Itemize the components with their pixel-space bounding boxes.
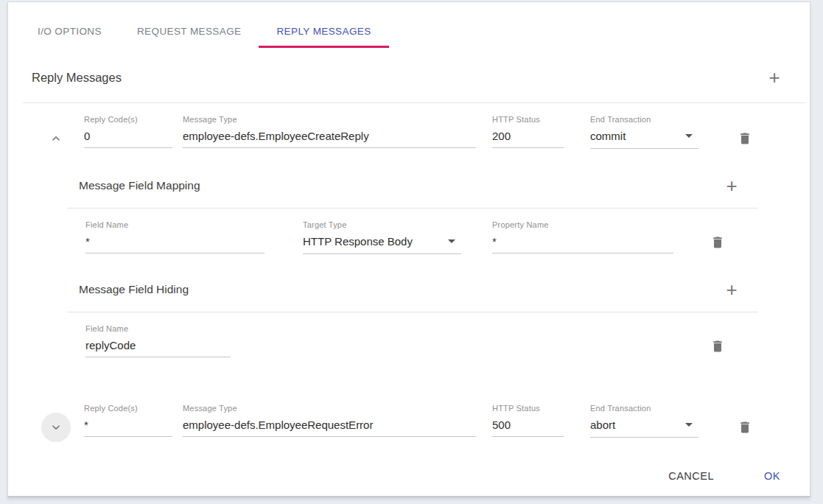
reply-codes-label: Reply Code(s) — [84, 115, 172, 124]
add-hiding-button[interactable]: + — [717, 275, 746, 304]
hiding-section-header: Message Field Hiding + — [67, 275, 758, 312]
trash-icon — [710, 235, 725, 250]
mapping-section-title: Message Field Mapping — [79, 179, 200, 192]
reply-codes-field: Reply Code(s) — [84, 404, 172, 437]
end-transaction-select[interactable]: commit — [590, 130, 698, 149]
target-type-field: Target Type HTTP Response Body — [303, 220, 461, 254]
message-type-field: Message Type — [183, 404, 476, 437]
add-reply-message-button[interactable]: + — [760, 63, 789, 92]
end-transaction-label: End Transaction — [590, 115, 698, 124]
end-transaction-label: End Transaction — [590, 404, 698, 413]
reply-codes-label: Reply Code(s) — [84, 404, 172, 413]
plus-icon: + — [768, 68, 780, 87]
cancel-button[interactable]: CANCEL — [664, 464, 718, 488]
target-type-value: HTTP Response Body — [303, 235, 413, 248]
dialog-footer: CANCEL OK — [8, 464, 810, 488]
reply-messages-dialog: I/O OPTIONS REQUEST MESSAGE REPLY MESSAG… — [7, 1, 810, 497]
trash-icon — [710, 339, 725, 354]
caret-down-icon — [448, 239, 455, 243]
chevron-down-icon — [49, 420, 63, 435]
http-status-input[interactable] — [492, 419, 564, 437]
hiding-row: Field Name — [8, 324, 810, 361]
property-name-label: Property Name — [492, 220, 673, 229]
end-transaction-field: End Transaction abort — [590, 404, 698, 438]
delete-reply-message-button[interactable] — [730, 413, 760, 442]
http-status-label: HTTP Status — [492, 404, 564, 413]
tab-reply-messages[interactable]: REPLY MESSAGES — [259, 16, 388, 48]
end-transaction-value: abort — [590, 419, 615, 431]
message-type-label: Message Type — [183, 404, 476, 413]
message-type-input[interactable] — [183, 130, 476, 148]
end-transaction-field: End Transaction commit — [590, 115, 698, 149]
ok-button[interactable]: OK — [760, 464, 785, 488]
delete-reply-message-button[interactable] — [730, 124, 760, 153]
delete-mapping-button[interactable] — [703, 228, 732, 257]
caret-down-icon — [685, 134, 693, 138]
tab-io-options[interactable]: I/O OPTIONS — [20, 16, 119, 48]
hiding-section-title: Message Field Hiding — [79, 283, 189, 296]
add-mapping-button[interactable]: + — [717, 171, 746, 200]
expand-row-button[interactable] — [41, 413, 71, 442]
tab-request-message[interactable]: REQUEST MESSAGE — [119, 16, 259, 48]
message-type-field: Message Type — [183, 115, 476, 148]
tab-bar: I/O OPTIONS REQUEST MESSAGE REPLY MESSAG… — [8, 2, 810, 48]
mapping-section-header: Message Field Mapping + — [67, 171, 758, 209]
mapping-row: Field Name Target Type HTTP Response Bod… — [8, 220, 810, 257]
property-name-field: Property Name — [492, 220, 673, 253]
caret-down-icon — [685, 423, 693, 427]
trash-icon — [738, 131, 752, 146]
target-type-select[interactable]: HTTP Response Body — [303, 235, 461, 254]
reply-codes-input[interactable] — [84, 419, 172, 437]
http-status-input[interactable] — [492, 130, 564, 148]
reply-codes-input[interactable] — [84, 130, 172, 148]
chevron-up-icon — [49, 131, 63, 146]
message-type-input[interactable] — [183, 419, 476, 437]
page-title: Reply Messages — [32, 71, 122, 85]
field-name-label: Field Name — [85, 220, 265, 229]
mapping-field-name: Field Name — [85, 220, 265, 253]
message-type-label: Message Type — [183, 115, 476, 124]
hiding-field-name: Field Name — [85, 324, 231, 357]
http-status-field: HTTP Status — [492, 404, 564, 437]
http-status-field: HTTP Status — [492, 115, 564, 148]
field-name-input[interactable] — [85, 339, 231, 357]
field-name-input[interactable] — [85, 235, 265, 253]
target-type-label: Target Type — [303, 220, 461, 229]
property-name-input[interactable] — [492, 235, 673, 253]
http-status-label: HTTP Status — [492, 115, 564, 124]
plus-icon: + — [726, 280, 737, 299]
end-transaction-select[interactable]: abort — [590, 419, 698, 438]
page-header: Reply Messages + — [8, 48, 810, 102]
reply-message-row: Reply Code(s) Message Type HTTP Status E… — [8, 115, 810, 153]
delete-hiding-button[interactable] — [703, 332, 732, 361]
reply-message-row: Reply Code(s) Message Type HTTP Status E… — [8, 404, 810, 442]
end-transaction-value: commit — [590, 130, 626, 142]
plus-icon: + — [726, 176, 737, 195]
trash-icon — [738, 420, 752, 435]
reply-codes-field: Reply Code(s) — [84, 115, 172, 148]
collapse-row-button[interactable] — [41, 124, 71, 153]
header-divider — [23, 102, 805, 103]
field-name-label: Field Name — [85, 324, 231, 333]
